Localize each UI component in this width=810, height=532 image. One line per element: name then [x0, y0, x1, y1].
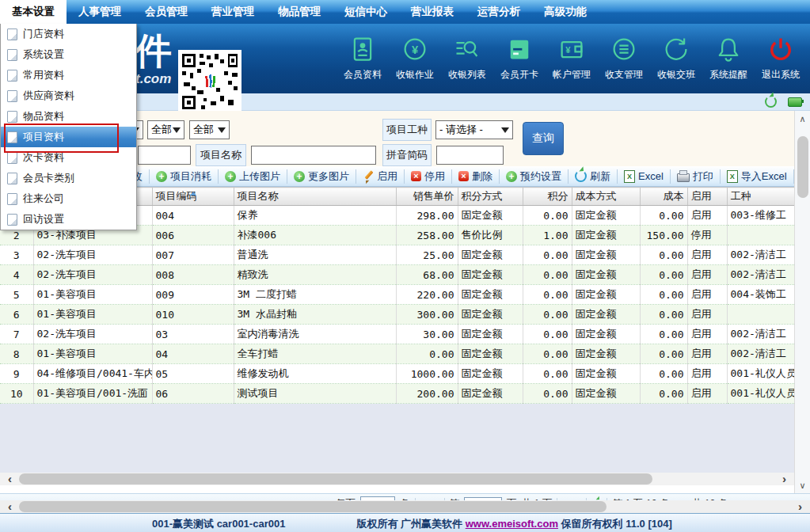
plus-icon — [156, 171, 167, 182]
menu-item-project-info[interactable]: 项目资料 — [1, 127, 136, 147]
table-cell: 002-清洁工 — [727, 245, 794, 265]
scroll-right-icon[interactable]: › — [782, 473, 786, 485]
table-cell: 02-洗车项目 — [33, 245, 152, 265]
toolbar-import-excel[interactable]: 导入Excel — [721, 166, 793, 186]
grid-horizontal-scrollbar[interactable]: ‹ › — [0, 473, 794, 485]
pinyin-input[interactable] — [436, 146, 504, 165]
document-icon — [7, 70, 17, 82]
col-enabled[interactable]: 启用 — [687, 188, 727, 206]
table-row[interactable]: 402-洗车项目008精致洗68.00固定金额0.00固定金额0.00启用002… — [0, 265, 794, 285]
search-button[interactable]: 查询 — [523, 122, 564, 155]
table-cell: 固定金额 — [458, 384, 523, 404]
minimize-panel-icon[interactable] — [788, 97, 802, 107]
table-cell: 0.00 — [396, 344, 458, 364]
income-expense-button[interactable]: 收支管理 — [598, 28, 650, 82]
col-points[interactable]: 积分 — [523, 188, 572, 206]
col-project-name[interactable]: 项目名称 — [234, 188, 396, 206]
refresh-icon[interactable] — [765, 96, 777, 108]
project-name-input[interactable] — [251, 146, 376, 165]
menu-item-callback-settings[interactable]: 回访设置 — [1, 209, 136, 230]
scrollbar-thumb[interactable] — [797, 136, 808, 198]
cashier-list-button[interactable]: 收银列表 — [441, 28, 493, 82]
printer-icon — [677, 173, 690, 182]
table-row[interactable]: 904-维修项目/0041-车内05维修发动机1000.00固定金额0.00固定… — [0, 364, 794, 384]
table-cell: 298.00 — [396, 206, 458, 226]
menu-hr[interactable]: 人事管理 — [67, 0, 133, 24]
project-code-input[interactable] — [138, 146, 191, 165]
member-info-button[interactable]: 会员资料 — [337, 28, 389, 82]
menu-item-membercard-types[interactable]: 会员卡类别 — [1, 168, 136, 188]
col-worktype[interactable]: 工种 — [727, 188, 794, 206]
table-cell: 04-维修项目/0041-车内 — [33, 364, 152, 384]
toolbar-excel[interactable]: Excel — [618, 166, 670, 186]
menu-members[interactable]: 会员管理 — [133, 0, 200, 24]
toolbar-delete[interactable]: 删除 — [452, 166, 499, 186]
col-cost[interactable]: 成本 — [640, 188, 687, 206]
icon-label: 会员开卡 — [500, 68, 538, 82]
icon-label: 收银作业 — [396, 68, 434, 82]
worktype-select[interactable]: - 请选择 - — [435, 120, 513, 139]
menu-item-system-settings[interactable]: 系统设置 — [1, 44, 136, 65]
toolbar-print[interactable]: 打印 — [671, 166, 720, 186]
menu-item-store-info[interactable]: 门店资料 — [1, 24, 136, 44]
menu-sms[interactable]: 短信中心 — [333, 0, 399, 24]
page-horizontal-scrollbar[interactable]: ‹ › — [0, 500, 810, 513]
col-project-code[interactable]: 项目编码 — [152, 188, 234, 206]
toolbar-disable[interactable]: 停用 — [405, 166, 451, 186]
menu-item-supplier-info[interactable]: 供应商资料 — [1, 86, 136, 106]
toolbar-upload-image[interactable]: 上传图片 — [219, 166, 287, 186]
menu-item-punchcard-info[interactable]: 次卡资料 — [1, 147, 136, 168]
scroll-right-icon[interactable]: › — [798, 500, 802, 513]
emeisoft-link[interactable]: www.emeisoft.com — [466, 518, 558, 530]
menu-item-common-info[interactable]: 常用资料 — [1, 65, 136, 86]
table-cell: 01-美容项目/001-洗面 — [33, 384, 152, 404]
account-management-button[interactable]: ¥ 帐户管理 — [546, 28, 598, 82]
toolbar-refresh[interactable]: 刷新 — [569, 166, 617, 186]
system-reminder-button[interactable]: 系统提醒 — [702, 28, 755, 82]
grid-vertical-scrollbar[interactable]: ∧ ∨ — [794, 111, 810, 493]
toolbar-project-consume[interactable]: 项目消耗 — [150, 166, 218, 186]
table-cell: 06 — [152, 384, 234, 404]
scrollbar-thumb[interactable] — [19, 501, 607, 512]
table-row[interactable]: 601-美容项目0103M 水晶封釉300.00固定金额0.00固定金额0.00… — [0, 305, 794, 325]
menu-goods[interactable]: 物品管理 — [266, 0, 333, 24]
shift-change-button[interactable]: 收银交班 — [650, 28, 702, 82]
scroll-left-icon[interactable]: ‹ — [8, 473, 12, 485]
scrollbar-thumb[interactable] — [19, 473, 652, 484]
toolbar-enable[interactable]: 启用 — [356, 166, 404, 186]
filter-all-select-1[interactable]: 全部 — [147, 120, 184, 139]
menu-item-partner-companies[interactable]: 往来公司 — [1, 188, 136, 209]
table-row[interactable]: 702-洗车项目03室内消毒清洗30.00固定金额0.00固定金额0.00启用0… — [0, 325, 794, 344]
cashier-work-button[interactable]: ¥ 收银作业 — [389, 28, 441, 82]
col-sale-price[interactable]: 销售单价 — [396, 188, 458, 206]
table-row[interactable]: 302-洗车项目007普通洗25.00固定金额0.00固定金额0.00启用002… — [0, 245, 794, 265]
table-row[interactable]: 501-美容项目0093M 二度打蜡220.00固定金额0.00固定金额0.00… — [0, 285, 794, 305]
menu-item-goods-info[interactable]: 物品资料 — [1, 106, 136, 127]
table-row[interactable]: 1001-美容项目/001-洗面06测试项目200.00固定金额0.00固定金额… — [0, 384, 794, 404]
col-points-method[interactable]: 积分方式 — [458, 188, 523, 206]
col-cost-method[interactable]: 成本方式 — [572, 188, 640, 206]
toolbar-more-images[interactable]: 更多图片 — [287, 166, 356, 186]
grid-empty-area — [0, 404, 794, 473]
toolbar-reservation-settings[interactable]: 预约设置 — [500, 166, 568, 186]
scroll-down-icon[interactable]: ∨ — [795, 479, 810, 492]
table-cell: 9 — [0, 364, 33, 384]
menu-analytics[interactable]: 运营分析 — [466, 0, 532, 24]
member-open-card-button[interactable]: 会员开卡 — [493, 28, 546, 82]
menu-reports[interactable]: 营业报表 — [399, 0, 466, 24]
table-row[interactable]: 801-美容项目04全车打蜡0.00固定金额0.00固定金额0.00启用002-… — [0, 344, 794, 364]
scroll-left-icon[interactable]: ‹ — [8, 500, 12, 513]
table-cell: 固定金额 — [458, 285, 523, 305]
filter-all-select-2[interactable]: 全部 — [189, 120, 230, 139]
table-cell: 0.00 — [640, 364, 687, 384]
menu-basic-settings[interactable]: 基本设置 — [0, 0, 67, 24]
menu-business[interactable]: 营业管理 — [200, 0, 266, 24]
table-cell: 启用 — [687, 364, 727, 384]
exit-system-button[interactable]: 退出系统 — [755, 28, 807, 82]
chevron-down-icon — [173, 127, 181, 137]
menu-advanced[interactable]: 高级功能 — [532, 0, 599, 24]
svg-text:¥: ¥ — [565, 45, 571, 55]
card-icon — [505, 35, 534, 63]
scroll-up-icon[interactable]: ∧ — [795, 112, 810, 126]
table-body: 004保养298.00固定金额0.00固定金额0.00启用003-维修工203-… — [0, 206, 794, 404]
